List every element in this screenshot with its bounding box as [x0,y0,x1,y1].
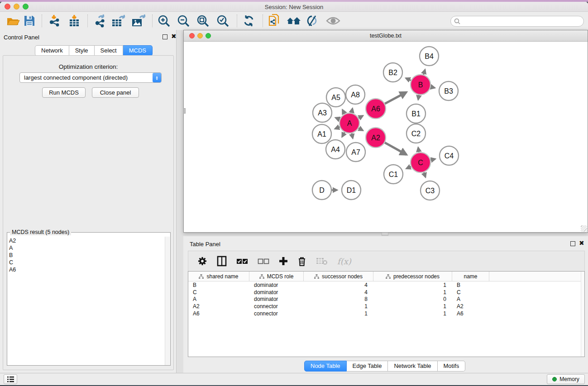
task-history-button[interactable] [4,374,17,384]
float-panel-icon[interactable] [163,34,167,39]
float-table-panel-icon[interactable] [570,241,575,246]
import-network-icon[interactable] [48,14,61,28]
graph-node-D1[interactable]: D1 [342,181,361,200]
result-item[interactable]: B [9,252,16,259]
graph-edge-A-A6[interactable] [359,116,363,118]
graph-node-B2[interactable]: B2 [383,63,402,82]
graph-node-A5[interactable]: A5 [326,88,345,107]
column-header-shared-name[interactable]: shared name [188,272,249,281]
graph-edge-A-A8[interactable] [352,109,353,113]
graph-node-B[interactable]: B [411,75,430,95]
column-header-predecessor-nodes[interactable]: predecessor nodes [373,272,452,281]
zoom-in-icon[interactable] [158,14,170,28]
graph-node-A8[interactable]: A8 [346,85,365,104]
export-image-icon[interactable] [131,14,146,28]
graph-node-B3[interactable]: B3 [439,81,458,100]
graph-node-B4[interactable]: B4 [420,47,439,66]
show-columns-icon[interactable] [217,254,227,268]
network-canvas[interactable]: B4B2BB3A5A8A6B1A3AA1C2A2A4A7C4CC1C3DD1 [184,42,587,232]
export-network-icon[interactable] [93,14,107,28]
graph-node-A4[interactable]: A4 [326,140,345,159]
close-panel-icon[interactable]: ✖ [171,34,177,39]
tab-select[interactable]: Select [95,45,123,56]
result-item[interactable]: C [9,259,16,266]
graph-edge-A-A7[interactable] [352,133,353,138]
refresh-icon[interactable] [243,14,255,28]
tab-network[interactable]: Network [35,45,69,56]
graph-node-D[interactable]: D [312,181,331,200]
table-settings-gear-icon[interactable] [197,254,207,268]
tab-style[interactable]: Style [69,45,95,56]
zoom-fit-icon[interactable] [196,14,209,28]
graph-edge-A-A4[interactable] [342,132,344,137]
result-scrollbar[interactable] [165,237,170,365]
eye-icon[interactable] [326,14,340,28]
graph-node-A1[interactable]: A1 [312,124,331,143]
deselect-all-icon[interactable] [258,254,269,268]
graphics-details-icon[interactable] [306,14,319,28]
table-row[interactable]: Bdominator41B [188,281,584,289]
graph-node-A6[interactable]: A6 [366,99,386,119]
result-item[interactable]: A2 [9,237,16,244]
network-resize-grip[interactable] [581,225,587,232]
graph-node-A3[interactable]: A3 [313,103,332,122]
close-table-panel-icon[interactable]: ✖ [579,241,584,246]
graph-node-C2[interactable]: C2 [406,124,425,143]
graph-edge-A-A5[interactable] [343,110,345,114]
table-row[interactable]: A2connector11A2 [188,303,584,310]
table-row[interactable]: Cdominator41C [188,289,584,296]
graph-edge-A-A1[interactable] [335,127,339,129]
import-table-icon[interactable] [68,14,81,28]
clone-network-icon[interactable] [268,14,282,28]
graph-node-C[interactable]: C [411,152,430,172]
graph-node-C1[interactable]: C1 [384,165,403,184]
table-row[interactable]: Adominator80A [188,296,584,303]
result-item[interactable]: A [9,244,16,252]
select-all-icon[interactable] [236,254,248,268]
open-file-icon[interactable] [6,14,20,28]
column-header-MCDS-role[interactable]: MCDS role [249,272,304,281]
graph-edge-A-A2[interactable] [359,128,363,130]
zoom-out-icon[interactable] [177,14,190,28]
search-box[interactable] [450,16,584,27]
table-tab-motifs[interactable]: Motifs [438,361,466,372]
add-column-icon[interactable] [279,254,288,268]
tab-mcds[interactable]: MCDS [123,45,153,56]
column-header-successor-nodes[interactable]: successor nodes [304,272,373,281]
graph-node-C4[interactable]: C4 [440,146,459,165]
column-header-name[interactable]: name [452,272,489,281]
graph-edge-C-C3[interactable] [424,172,425,177]
graph-edge-C-C2[interactable] [418,148,419,152]
graph-edge-C-C4[interactable] [430,159,435,160]
home-icon[interactable] [286,14,301,28]
network-window-titlebar[interactable]: testGlobe.txt [184,30,588,42]
close-panel-button[interactable]: Close panel [92,87,139,98]
graph-node-B1[interactable]: B1 [406,104,425,123]
mcds-result-list[interactable]: A2ABCA6 [9,237,16,273]
graph-edge-A6-B[interactable] [385,92,406,104]
graph-edge-B-B3[interactable] [430,87,435,88]
save-session-icon[interactable] [24,14,35,28]
horizontal-splitter-handle[interactable] [382,233,388,236]
criterion-dropdown[interactable]: largest connected component (directed) ▲… [19,72,162,83]
result-item[interactable]: A6 [9,266,16,273]
search-input[interactable] [460,17,583,25]
table-tab-network-table[interactable]: Network Table [388,361,437,372]
memory-button[interactable]: Memory [547,374,585,384]
export-table-icon[interactable] [111,14,126,28]
graph-edge-A-A3[interactable] [335,118,339,119]
zoom-selected-icon[interactable] [216,14,229,28]
table-row[interactable]: A6connector11A6 [188,310,584,317]
graph-edge-B-B4[interactable] [424,70,425,75]
delete-table-icon[interactable] [316,254,328,268]
table-scrollbar[interactable] [581,272,584,357]
graph-node-A7[interactable]: A7 [346,143,365,162]
graph-edge-B-B2[interactable] [406,78,411,81]
graph-node-C3[interactable]: C3 [421,181,440,200]
table-tab-node-table[interactable]: Node Table [304,361,347,372]
network-left-splitter-handle[interactable] [183,108,186,114]
table-tab-edge-table[interactable]: Edge Table [347,361,388,372]
graph-node-A2[interactable]: A2 [366,128,386,148]
run-mcds-button[interactable]: Run MCDS [42,87,86,98]
graph-edge-B-B1[interactable] [418,95,419,100]
